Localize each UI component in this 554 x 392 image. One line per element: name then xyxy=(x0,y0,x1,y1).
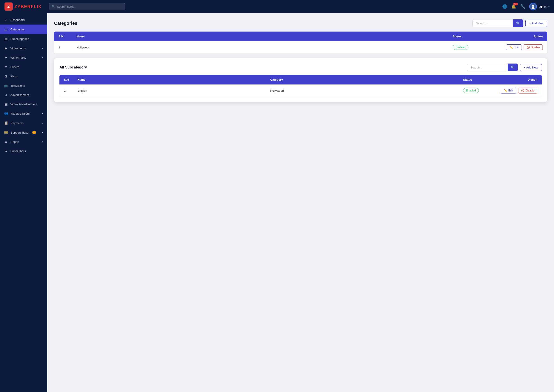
chevron-down-icon: ▾ xyxy=(42,47,43,49)
notifications-icon[interactable]: 🔔 9+ xyxy=(511,4,516,9)
global-search-bar: 🔍 xyxy=(49,3,125,10)
edit-button[interactable]: ✏️ Edit xyxy=(501,88,516,93)
sidebar-item-label: Dashboard xyxy=(10,18,25,22)
sidebar-item-watch-party[interactable]: ✦ Watch Party ▾ xyxy=(0,53,47,63)
sidebar-item-label: Report xyxy=(10,140,19,144)
subcategories-toolbar: 🔍 + Add New xyxy=(467,63,542,71)
subscribers-icon: ♦ xyxy=(4,149,8,153)
table-row: 1 English Hollywood Enabled ✏️ Edit 🚫 D xyxy=(59,84,542,97)
support-ticket-icon: 🎫 xyxy=(4,130,8,134)
sidebar-item-label: Support Ticket xyxy=(11,131,29,134)
sidebar-item-label: Video Advertisement xyxy=(10,103,37,106)
sidebar-item-label: Televisions xyxy=(11,84,25,87)
page-title: Categories xyxy=(54,21,77,26)
chevron-down-icon: ▾ xyxy=(42,56,43,59)
sidebar-item-label: Sliders xyxy=(10,65,19,69)
subcategories-section-header: All Subcategory 🔍 + Add New xyxy=(59,63,542,71)
status-badge: Enabled xyxy=(453,45,468,50)
sidebar-item-manage-users[interactable]: 👥 Manage Users ▾ xyxy=(0,109,47,118)
video-items-icon: ▶ xyxy=(4,46,8,50)
sidebar-item-televisions[interactable]: 📺 Televisions xyxy=(0,81,47,90)
sidebar-item-dashboard[interactable]: ⌂ Dashboard xyxy=(0,15,47,25)
row-actions: ✏️ Edit 🚫 Disable xyxy=(498,44,543,50)
topnav: Z ZYBERFLIX 🔍 🌐 🔔 9+ 🔧 admin ▾ xyxy=(0,0,554,13)
row-sn: 1 xyxy=(64,89,77,92)
admin-area[interactable]: admin ▾ xyxy=(529,3,549,10)
sidebar-item-support-ticket[interactable]: 🎫 Support Ticket 1 ▾ xyxy=(0,128,47,137)
sidebar-item-sliders[interactable]: ≡ Sliders xyxy=(0,63,47,72)
sidebar-item-label: Manage Users xyxy=(11,112,30,115)
svg-point-1 xyxy=(532,7,535,9)
admin-name-label: admin xyxy=(539,5,547,8)
col-sn: S.N xyxy=(59,35,76,38)
advertisement-icon: A xyxy=(4,93,8,97)
support-badge: 1 xyxy=(32,131,36,134)
row-actions: ✏️ Edit 🚫 Disable xyxy=(497,88,537,93)
sidebar-item-payments[interactable]: 📋 Payments ▾ xyxy=(0,118,47,128)
sidebar-item-video-items[interactable]: ▶ Video Items ▾ xyxy=(0,43,47,53)
categories-icon: ☰ xyxy=(4,27,8,31)
chevron-down-icon: ▾ xyxy=(42,112,43,115)
sidebar: ⌂ Dashboard ☰ Categories ▦ Subcategories… xyxy=(0,13,47,392)
disable-icon: 🚫 xyxy=(526,46,530,49)
sliders-icon: ≡ xyxy=(4,65,8,69)
col-action: Action xyxy=(497,78,537,81)
sidebar-item-label: Payments xyxy=(11,121,24,125)
plans-icon: $ xyxy=(4,74,8,78)
disable-button[interactable]: 🚫 Disable xyxy=(524,44,543,50)
global-search-input[interactable] xyxy=(57,3,122,10)
payments-icon: 📋 xyxy=(4,121,8,125)
categories-add-new-button[interactable]: + Add New xyxy=(525,20,547,27)
row-name: Hollywood xyxy=(76,46,453,49)
nav-right: 🌐 🔔 9+ 🔧 admin ▾ xyxy=(502,3,549,10)
pencil-icon: ✏️ xyxy=(509,46,513,49)
categories-table: S.N Name Status Action 1 Hollywood Enabl… xyxy=(54,32,547,54)
chevron-down-icon: ▾ xyxy=(42,140,43,143)
chevron-down-icon: ▾ xyxy=(42,131,43,134)
col-action: Action xyxy=(498,35,543,38)
disable-button[interactable]: 🚫 Disable xyxy=(518,88,537,93)
globe-icon[interactable]: 🌐 xyxy=(502,4,507,9)
col-sn: S.N xyxy=(64,78,77,81)
avatar xyxy=(529,3,537,10)
sidebar-item-subscribers[interactable]: ♦ Subscribers xyxy=(0,147,47,156)
sidebar-item-label: Categories xyxy=(10,28,25,31)
search-icon: 🔍 xyxy=(52,5,55,8)
status-badge: Enabled xyxy=(463,88,479,93)
sidebar-item-advertisement[interactable]: A Advertisement xyxy=(0,90,47,99)
sidebar-item-subcategories[interactable]: ▦ Subcategories xyxy=(0,34,47,43)
main-content: Categories 🔍 + Add New S.N Name Status A… xyxy=(47,13,554,392)
subcategories-add-new-button[interactable]: + Add New xyxy=(520,64,542,71)
edit-button[interactable]: ✏️ Edit xyxy=(506,44,522,50)
watch-party-icon: ✦ xyxy=(4,56,8,60)
categories-section-header: Categories 🔍 + Add New xyxy=(54,19,547,27)
categories-search-input[interactable] xyxy=(472,20,513,27)
wrench-icon[interactable]: 🔧 xyxy=(520,4,525,9)
row-sn: 1 xyxy=(59,46,76,49)
sidebar-item-label: Advertisement xyxy=(10,93,29,97)
pencil-icon: ✏️ xyxy=(504,89,507,92)
sidebar-item-plans[interactable]: $ Plans xyxy=(0,72,47,81)
subcategories-search-input[interactable] xyxy=(467,64,508,71)
sidebar-item-video-advertisement[interactable]: ▣ Video Advertisement xyxy=(0,99,47,109)
subcategories-search-button[interactable]: 🔍 xyxy=(508,63,518,71)
subcategories-icon: ▦ xyxy=(4,37,8,41)
categories-search-button[interactable]: 🔍 xyxy=(513,19,523,27)
notifications-badge: 9+ xyxy=(513,3,518,5)
subcategory-panel: All Subcategory 🔍 + Add New S.N Name Cat… xyxy=(54,58,547,102)
col-category: Category xyxy=(270,78,463,81)
disable-icon: 🚫 xyxy=(521,89,525,92)
chevron-down-icon: ▾ xyxy=(42,122,43,124)
sidebar-item-categories[interactable]: ☰ Categories xyxy=(0,25,47,34)
table-row: 1 Hollywood Enabled ✏️ Edit 🚫 Disable xyxy=(54,41,547,54)
logo-text: ZYBERFLIX xyxy=(14,4,42,9)
svg-point-0 xyxy=(532,5,534,7)
row-name: English xyxy=(77,89,270,92)
logo: Z ZYBERFLIX xyxy=(5,2,45,11)
sidebar-item-label: Video Items xyxy=(10,47,26,50)
televisions-icon: 📺 xyxy=(4,84,8,88)
subcategories-table: S.N Name Category Status Action 1 Englis… xyxy=(59,75,542,97)
layout: ⌂ Dashboard ☰ Categories ▦ Subcategories… xyxy=(0,13,554,392)
subcategory-panel-title: All Subcategory xyxy=(59,65,87,69)
sidebar-item-report[interactable]: ≡ Report ▾ xyxy=(0,137,47,147)
